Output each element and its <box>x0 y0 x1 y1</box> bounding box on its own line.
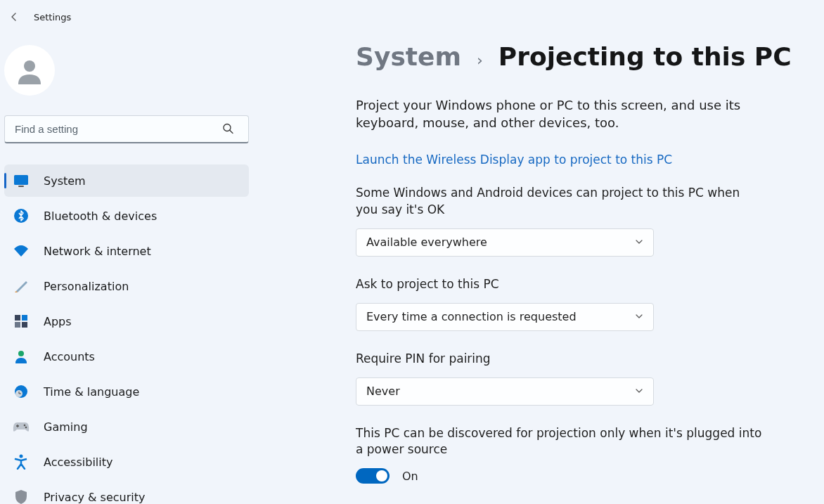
nav-label: Bluetooth & devices <box>44 209 157 223</box>
nav-label: Gaming <box>44 420 88 434</box>
ask-dropdown[interactable]: Every time a connection is requested <box>356 303 654 331</box>
nav: System Bluetooth & devices Network & int… <box>4 163 249 504</box>
sidebar-item-time-language[interactable]: Time & language <box>4 375 249 408</box>
toggle-state-label: On <box>402 470 418 483</box>
avatar[interactable] <box>4 45 55 96</box>
nav-label: Network & internet <box>44 245 151 258</box>
setting-label: Some Windows and Android devices can pro… <box>356 185 764 219</box>
sidebar-item-accessibility[interactable]: Accessibility <box>4 446 249 478</box>
titlebar: Settings <box>0 0 824 34</box>
search-input[interactable] <box>4 115 249 143</box>
sidebar-item-accounts[interactable]: Accounts <box>4 340 249 373</box>
nav-label: System <box>44 174 86 188</box>
sidebar-item-gaming[interactable]: Gaming <box>4 411 249 443</box>
svg-rect-7 <box>22 315 27 321</box>
intro-text: Project your Windows phone or PC to this… <box>356 96 764 131</box>
search-wrap <box>4 115 249 143</box>
breadcrumb-parent[interactable]: System <box>356 42 461 71</box>
setting-pin: Require PIN for pairing Never <box>356 351 764 406</box>
chevron-down-icon <box>635 235 643 249</box>
sidebar-item-system[interactable]: System <box>4 164 249 197</box>
nav-label: Accounts <box>44 350 95 363</box>
svg-point-14 <box>25 427 27 429</box>
person-icon <box>14 55 45 86</box>
svg-point-10 <box>18 351 24 356</box>
search-icon <box>222 123 233 136</box>
setting-power: This PC can be discovered for projection… <box>356 425 764 484</box>
setting-label: Require PIN for pairing <box>356 351 764 368</box>
pin-dropdown[interactable]: Never <box>356 377 654 406</box>
accessibility-icon <box>13 453 30 470</box>
accounts-icon <box>13 348 30 365</box>
back-button[interactable] <box>6 8 22 25</box>
power-toggle[interactable] <box>356 468 390 484</box>
svg-line-2 <box>230 131 233 134</box>
sidebar: System Bluetooth & devices Network & int… <box>0 34 253 504</box>
gaming-icon <box>13 418 30 435</box>
arrow-left-icon <box>8 11 20 22</box>
setting-label: Ask to project to this PC <box>356 276 764 293</box>
dropdown-value: Never <box>366 385 400 398</box>
sidebar-item-network[interactable]: Network & internet <box>4 235 249 267</box>
nav-label: Personalization <box>44 280 129 293</box>
svg-point-13 <box>24 425 26 427</box>
svg-rect-3 <box>14 175 28 185</box>
svg-point-15 <box>20 455 23 458</box>
sidebar-item-bluetooth[interactable]: Bluetooth & devices <box>4 200 249 232</box>
chevron-right-icon: › <box>477 51 483 69</box>
svg-rect-8 <box>15 322 20 328</box>
sidebar-item-privacy[interactable]: Privacy & security <box>4 481 249 504</box>
chevron-down-icon <box>635 310 643 323</box>
chevron-down-icon <box>635 385 643 398</box>
launch-wireless-display-link[interactable]: Launch the Wireless Display app to proje… <box>356 153 672 167</box>
availability-dropdown[interactable]: Available everywhere <box>356 228 654 257</box>
sidebar-item-personalization[interactable]: Personalization <box>4 270 249 302</box>
svg-rect-9 <box>22 322 27 328</box>
wifi-icon <box>13 243 30 259</box>
sidebar-item-apps[interactable]: Apps <box>4 305 249 337</box>
svg-rect-6 <box>15 315 20 321</box>
setting-availability: Some Windows and Android devices can pro… <box>356 185 764 257</box>
bluetooth-icon <box>13 207 30 224</box>
svg-point-1 <box>224 124 231 131</box>
nav-label: Apps <box>44 315 72 328</box>
page-title: Projecting to this PC <box>498 42 792 71</box>
shield-icon <box>13 489 30 504</box>
toggle-row: On <box>356 468 764 484</box>
setting-ask: Ask to project to this PC Every time a c… <box>356 276 764 331</box>
clock-globe-icon <box>13 383 30 400</box>
breadcrumb: System › Projecting to this PC <box>356 42 796 71</box>
apps-icon <box>13 313 30 330</box>
paintbrush-icon <box>13 278 30 295</box>
main-content: System › Projecting to this PC Project y… <box>253 34 824 504</box>
nav-label: Time & language <box>44 385 139 399</box>
setting-label: This PC can be discovered for projection… <box>356 425 764 459</box>
svg-point-0 <box>24 60 35 72</box>
app-title: Settings <box>34 12 71 22</box>
system-icon <box>13 172 30 189</box>
dropdown-value: Available everywhere <box>366 235 487 249</box>
dropdown-value: Every time a connection is requested <box>366 310 577 323</box>
nav-label: Accessibility <box>44 455 112 469</box>
svg-rect-4 <box>18 186 24 187</box>
nav-label: Privacy & security <box>44 491 145 504</box>
